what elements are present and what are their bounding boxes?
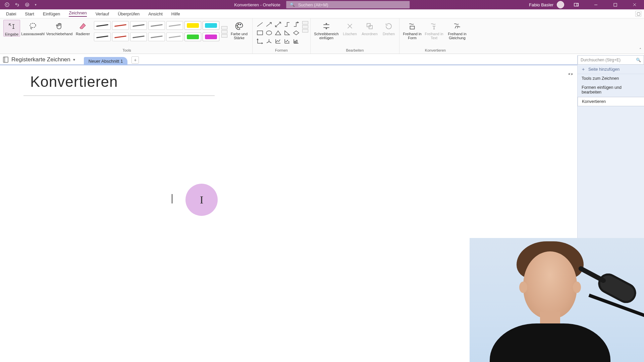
ribbon-tabs: Datei Start Einfügen Zeichnen Verlauf Üb… (0, 9, 644, 18)
pen-black-thick[interactable] (94, 33, 111, 41)
shapes-gallery-more[interactable] (302, 20, 308, 34)
pen-gray-1[interactable] (130, 21, 147, 30)
shape-elbow[interactable] (283, 21, 291, 28)
ribbon-display-options-icon[interactable]: ▢ (635, 11, 641, 17)
notes-panel-icon[interactable] (569, 0, 584, 9)
shape-graph-2[interactable] (283, 38, 291, 45)
section-tab[interactable]: Neuer Abschnitt 1 (84, 57, 128, 65)
notebook-dropdown-icon[interactable]: ▾ (73, 57, 75, 62)
quick-access-toolbar: ▾ (0, 1, 37, 8)
cursor-highlight: I (185, 184, 218, 216)
svg-line-17 (276, 22, 280, 26)
highlighter-magenta[interactable] (203, 33, 219, 41)
shape-triangle[interactable] (274, 29, 282, 36)
eraser-icon (78, 21, 88, 31)
add-page-button[interactable]: ＋ Seite hinzufügen (578, 65, 644, 74)
shape-rect[interactable] (256, 29, 264, 36)
tab-ansicht[interactable]: Ansicht (144, 10, 167, 18)
search-box[interactable]: 🔍 Suchen (Alt+M) (286, 1, 410, 8)
group-formen: Formen (253, 18, 311, 54)
freihand-in-gleichung-button[interactable]: Freihand in Gleichung (445, 20, 469, 40)
palette-icon (234, 21, 244, 31)
tab-ueberpruefen[interactable]: Überprüfen (114, 10, 144, 18)
ibeam-cursor-icon: I (200, 194, 204, 206)
user-account[interactable]: Fabio Basler (529, 1, 564, 8)
tab-datei[interactable]: Datei (2, 10, 20, 18)
radierer-button[interactable]: Radierer (74, 20, 92, 36)
shape-line[interactable] (256, 21, 264, 28)
pen-gray-4[interactable] (130, 33, 147, 41)
svg-point-22 (288, 42, 289, 42)
minimize-button[interactable] (588, 0, 603, 9)
tab-zeichnen[interactable]: Zeichnen (65, 9, 91, 18)
title-bar: ▾ Konvertieren - OneNote 🔍 Suchen (Alt+M… (0, 0, 644, 9)
shape-graph-1[interactable] (274, 38, 282, 45)
farbe-staerke-button[interactable]: Farbe und Stärke (228, 20, 250, 40)
svg-point-19 (266, 31, 272, 35)
touch-mode-icon[interactable] (23, 1, 31, 8)
tab-einfuegen[interactable]: Einfügen (39, 10, 64, 18)
shape-double-arrow[interactable] (274, 21, 282, 28)
pen-gray-3[interactable] (166, 21, 183, 30)
pen-gray-5[interactable] (148, 33, 165, 41)
shape-arrow[interactable] (265, 21, 273, 28)
collapse-ribbon-icon[interactable]: ˄ (639, 48, 641, 52)
pen-red-thick[interactable] (112, 33, 129, 41)
shape-ellipse[interactable] (265, 29, 273, 36)
shape-graph-3[interactable] (292, 38, 300, 45)
page-item-1[interactable]: Tools zum Zeichnen (578, 74, 644, 83)
svg-point-3 (28, 4, 28, 4)
highlighter-green[interactable] (184, 33, 201, 41)
window-title: Konvertieren - OneNote (234, 2, 280, 7)
arrange-icon (365, 21, 375, 31)
notebook-name[interactable]: Registerkarte Zeichnen (11, 56, 70, 63)
freihand-in-form-button[interactable]: Freihand in Form (401, 20, 423, 40)
back-icon[interactable] (3, 1, 11, 8)
eingabe-button[interactable]: Eingabe (3, 20, 20, 37)
page-search-input[interactable]: Durchsuchen (Strg+E) 🔍 (578, 55, 644, 65)
undo-icon[interactable] (13, 1, 21, 8)
loeschen-button: Löschen (341, 20, 359, 36)
highlighter-cyan[interactable] (203, 21, 219, 30)
search-placeholder: Suchen (Alt+M) (298, 2, 328, 7)
shape-elbow-arrow[interactable] (292, 21, 300, 28)
svg-rect-28 (369, 25, 372, 29)
svg-line-16 (266, 23, 271, 26)
user-name: Fabio Basler (529, 2, 553, 7)
svg-line-15 (257, 22, 263, 26)
shape-axes-2d[interactable] (256, 38, 264, 45)
tab-hilfe[interactable]: Hilfe (167, 10, 184, 18)
pen-black-thin[interactable] (94, 21, 111, 30)
verschiebehand-button[interactable]: Verschiebehand (46, 20, 73, 36)
group-label-konvertieren: Konvertieren (425, 48, 446, 53)
schreibbereich-button[interactable]: Schreibbereich einfügen (313, 20, 340, 40)
page-item-2[interactable]: Formen einfügen und bearbeiten (578, 83, 644, 97)
highlighter-yellow[interactable] (184, 21, 201, 30)
pen-red-thin[interactable] (112, 21, 129, 30)
anordnen-button: Anordnen (360, 20, 380, 36)
svg-point-14 (237, 27, 238, 28)
maximize-button[interactable] (608, 0, 623, 9)
tab-verlauf[interactable]: Verlauf (92, 10, 113, 18)
pen-gray-6[interactable] (166, 33, 183, 41)
page-title[interactable]: Konvertieren (30, 73, 118, 90)
user-avatar-icon (557, 1, 564, 8)
pen-gray-2[interactable] (148, 21, 165, 30)
ink-to-shape-icon (407, 21, 417, 31)
shape-diamond[interactable] (292, 29, 300, 36)
group-label-bearbeiten: Bearbeiten (346, 48, 364, 53)
lasso-button[interactable]: Lassoauswahl (21, 20, 45, 36)
notebook-icon (3, 56, 9, 63)
shape-axes-3d[interactable] (265, 38, 273, 45)
close-button[interactable] (627, 0, 642, 9)
add-section-button[interactable]: + (131, 56, 139, 64)
shape-right-triangle[interactable] (283, 29, 291, 36)
qat-customize-icon[interactable]: ▾ (35, 3, 37, 6)
fullscreen-icon[interactable] (568, 71, 573, 77)
pens-gallery-more[interactable] (221, 25, 227, 39)
page-item-3[interactable]: Konvertieren (578, 97, 644, 106)
tab-start[interactable]: Start (21, 10, 38, 18)
svg-point-21 (287, 40, 288, 41)
svg-point-20 (286, 41, 286, 42)
notebook-row: Registerkarte Zeichnen ▾ Neuer Abschnitt… (0, 54, 644, 65)
